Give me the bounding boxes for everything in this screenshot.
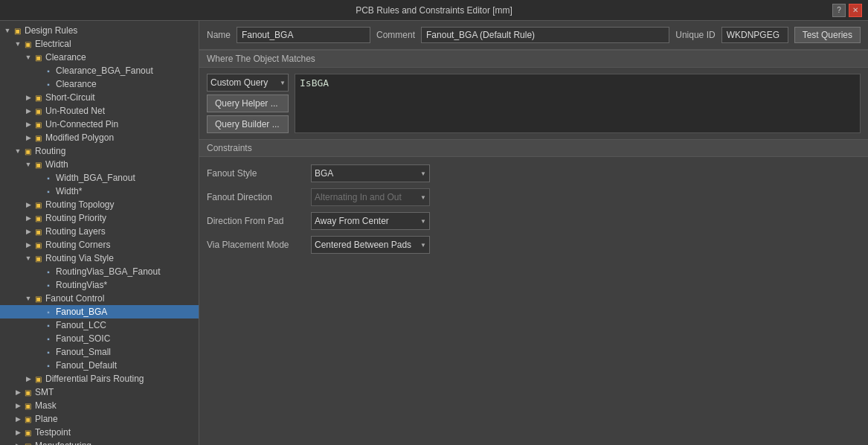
- tree-item-smt[interactable]: ▶ ▣ SMT: [0, 385, 199, 399]
- tree-toggle[interactable]: ▶: [24, 374, 33, 383]
- tree-toggle[interactable]: [34, 173, 43, 182]
- tree-toggle[interactable]: [34, 267, 43, 276]
- tree-toggle[interactable]: ▶: [24, 240, 33, 249]
- tree-item-fanout-control[interactable]: ▼ ▣ Fanout Control: [0, 292, 199, 305]
- comment-input[interactable]: [421, 27, 669, 43]
- tree-toggle[interactable]: ▼: [13, 39, 22, 48]
- tree-toggle[interactable]: ▶: [13, 441, 22, 445]
- tree-toggle[interactable]: ▼: [24, 294, 33, 303]
- tree-toggle[interactable]: ▶: [24, 133, 33, 142]
- uid-label: Unique ID: [675, 30, 715, 40]
- tree-item-routing-vias-star[interactable]: ▪ RoutingVias*: [0, 278, 199, 292]
- fanout-style-select-wrapper: BGALCCSOICSmallDefault: [311, 164, 430, 182]
- tree-toggle[interactable]: [34, 361, 43, 370]
- main-layout: ▼ ▣ Design Rules ▼ ▣ Electrical ▼ ▣ Clea…: [0, 21, 868, 445]
- tree-toggle[interactable]: [34, 348, 43, 356]
- tree-item-fanout-small[interactable]: ▪ Fanout_Small: [0, 345, 199, 359]
- tree-item-manufacturing[interactable]: ▶ ▣ Manufacturing: [0, 439, 199, 445]
- tree: ▼ ▣ Design Rules ▼ ▣ Electrical ▼ ▣ Clea…: [0, 21, 199, 445]
- tree-item-width-star[interactable]: ▪ Width*: [0, 185, 199, 198]
- query-builder-button[interactable]: Query Builder ...: [207, 115, 289, 133]
- query-type-dropdown-wrapper: Custom QueryNetLayerNet Class: [207, 74, 289, 92]
- comment-label: Comment: [376, 30, 415, 40]
- query-type-dropdown[interactable]: Custom QueryNetLayerNet Class: [207, 74, 289, 92]
- help-button[interactable]: ?: [832, 4, 846, 17]
- tree-item-label: Clearance: [45, 52, 86, 63]
- via-placement-select[interactable]: Centered Between PadsAbove PadsBelow Pad…: [311, 236, 430, 254]
- folder-icon: ▣: [22, 441, 33, 445]
- tree-item-testpoint[interactable]: ▶ ▣ Testpoint: [0, 426, 199, 439]
- tree-toggle[interactable]: ▼: [24, 53, 33, 62]
- tree-item-short-circuit[interactable]: ▶ ▣ Short-Circuit: [0, 91, 199, 104]
- tree-toggle[interactable]: ▶: [24, 93, 33, 102]
- folder-icon: ▣: [33, 159, 43, 170]
- title-bar: PCB Rules and Constraints Editor [mm] ? …: [0, 0, 868, 21]
- tree-toggle[interactable]: [34, 307, 43, 316]
- uid-input[interactable]: [721, 27, 788, 43]
- tree-item-clearance-bga-fanout[interactable]: ▪ Clearance_BGA_Fanout: [0, 64, 199, 77]
- tree-toggle[interactable]: [34, 281, 43, 289]
- tree-toggle[interactable]: [34, 334, 43, 343]
- query-helper-button[interactable]: Query Helper ...: [207, 95, 289, 112]
- tree-toggle[interactable]: ▶: [24, 214, 33, 222]
- tree-item-label: Routing Corners: [45, 240, 110, 250]
- direction-from-pad-select[interactable]: Away From CenterTowards Center: [311, 212, 430, 230]
- tree-item-routing-vias-bga[interactable]: ▪ RoutingVias_BGA_Fanout: [0, 265, 199, 278]
- tree-toggle[interactable]: ▼: [24, 254, 33, 263]
- tree-toggle[interactable]: ▶: [24, 106, 33, 115]
- rule-icon: ▪: [43, 186, 54, 196]
- tree-item-electrical[interactable]: ▼ ▣ Electrical: [0, 37, 199, 51]
- folder-icon: ▣: [22, 414, 33, 424]
- test-queries-button[interactable]: Test Queries: [794, 27, 861, 43]
- tree-item-fanout-bga[interactable]: ▪ Fanout_BGA: [0, 305, 199, 318]
- tree-toggle[interactable]: ▶: [13, 428, 22, 437]
- tree-toggle[interactable]: ▶: [24, 200, 33, 209]
- tree-item-routing-topology[interactable]: ▶ ▣ Routing Topology: [0, 198, 199, 211]
- fanout-direction-select[interactable]: Alternating In and OutIn OnlyOut Only: [311, 188, 430, 206]
- tree-item-width-group[interactable]: ▼ ▣ Width: [0, 158, 199, 171]
- tree-toggle[interactable]: ▼: [24, 160, 33, 169]
- tree-toggle[interactable]: ▶: [13, 401, 22, 410]
- tree-item-fanout-lcc[interactable]: ▪ Fanout_LCC: [0, 318, 199, 332]
- tree-item-width-bga-fanout[interactable]: ▪ Width_BGA_Fanout: [0, 171, 199, 185]
- tree-item-routing-via-style[interactable]: ▼ ▣ Routing Via Style: [0, 252, 199, 265]
- rule-icon: ▪: [43, 280, 54, 290]
- tree-item-design-rules[interactable]: ▼ ▣ Design Rules: [0, 24, 199, 37]
- tree-toggle[interactable]: [34, 80, 43, 89]
- folder-icon: ▣: [33, 240, 43, 250]
- tree-item-label: Testpoint: [35, 427, 71, 438]
- tree-item-fanout-default[interactable]: ▪ Fanout_Default: [0, 359, 199, 372]
- tree-item-un-connected-pin[interactable]: ▶ ▣ Un-Connected Pin: [0, 118, 199, 131]
- name-input[interactable]: [237, 27, 370, 43]
- where-section-header: Where The Object Matches: [199, 50, 868, 68]
- tree-item-un-routed-net[interactable]: ▶ ▣ Un-Routed Net: [0, 104, 199, 118]
- tree-item-label: Fanout_Small: [56, 347, 111, 357]
- fanout-style-select[interactable]: BGALCCSOICSmallDefault: [311, 164, 430, 182]
- tree-item-clearance[interactable]: ▪ Clearance: [0, 77, 199, 91]
- tree-item-routing-layers[interactable]: ▶ ▣ Routing Layers: [0, 225, 199, 238]
- tree-item-diff-pairs[interactable]: ▶ ▣ Differential Pairs Routing: [0, 372, 199, 385]
- folder-icon: ▣: [22, 146, 33, 156]
- tree-item-fanout-soic[interactable]: ▪ Fanout_SOIC: [0, 332, 199, 345]
- tree-toggle[interactable]: ▼: [13, 147, 22, 156]
- tree-item-routing-corners[interactable]: ▶ ▣ Routing Corners: [0, 238, 199, 252]
- tree-toggle[interactable]: ▶: [13, 388, 22, 397]
- tree-toggle[interactable]: ▼: [3, 26, 12, 35]
- tree-toggle[interactable]: [34, 66, 43, 75]
- close-button[interactable]: ✕: [849, 4, 862, 17]
- tree-item-clearance-group[interactable]: ▼ ▣ Clearance: [0, 51, 199, 64]
- tree-item-routing[interactable]: ▼ ▣ Routing: [0, 144, 199, 158]
- query-editor[interactable]: [295, 74, 861, 133]
- tree-toggle[interactable]: [34, 187, 43, 196]
- tree-item-routing-priority[interactable]: ▶ ▣ Routing Priority: [0, 211, 199, 225]
- tree-toggle[interactable]: ▶: [24, 227, 33, 236]
- name-label: Name: [207, 30, 231, 40]
- rule-icon: ▪: [43, 79, 54, 89]
- tree-toggle[interactable]: [34, 321, 43, 330]
- tree-item-plane[interactable]: ▶ ▣ Plane: [0, 412, 199, 426]
- tree-toggle[interactable]: ▶: [13, 414, 22, 423]
- tree-item-modified-polygon[interactable]: ▶ ▣ Modified Polygon: [0, 131, 199, 144]
- tree-item-label: RoutingVias_BGA_Fanout: [56, 266, 161, 277]
- tree-toggle[interactable]: ▶: [24, 120, 33, 129]
- tree-item-mask[interactable]: ▶ ▣ Mask: [0, 399, 199, 412]
